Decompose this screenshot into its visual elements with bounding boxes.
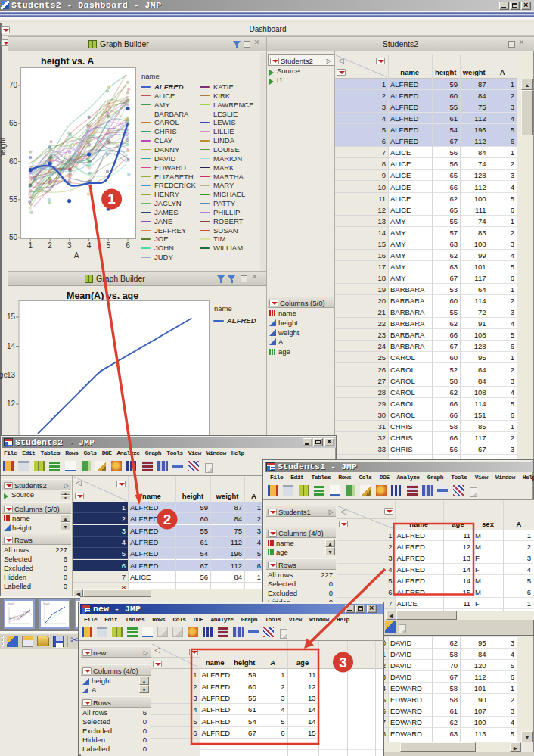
svg-text:2: 2: [163, 512, 172, 527]
svg-text:3: 3: [339, 655, 347, 670]
svg-text:1: 1: [107, 191, 116, 207]
